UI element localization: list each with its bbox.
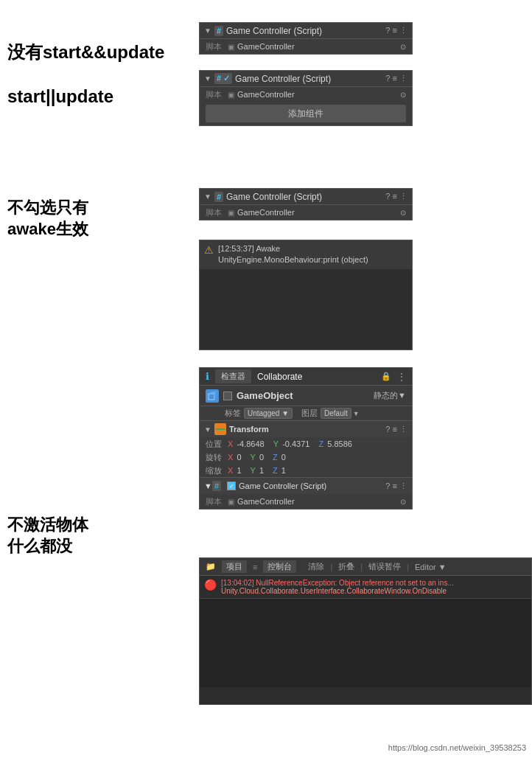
console1-detail: UnityEngine.MonoBehaviour:print (object) [218,254,368,265]
panel2-script-label: 脚本 [206,89,222,100]
annotation-section2: start||update [7,85,113,108]
panel2-header: ▼ # ✓ Game Controller (Script) ? ≡ ⋮ [200,71,412,87]
rotation-z: Z 0 [273,453,286,462]
script-active-checkbox[interactable]: ✓ [227,481,236,490]
cube-icon [206,389,219,403]
position-label: 位置 [206,439,228,450]
inspector-toolbar: ℹ 检查器 Collaborate 🔒 ⋮ [200,368,412,386]
panel3-target-icon: ⊙ [400,209,406,217]
transform-icons: ? ≡ ⋮ [385,425,407,434]
scale-label: 缩放 [206,465,228,476]
panel3-script-value: GameController [237,208,295,217]
console1-row: ⚠ [12:53:37] Awake UnityEngine.MonoBehav… [200,240,412,269]
panel2-script-row: 脚本 ▣ GameController ⊙ [200,87,412,102]
rotation-coords: X 0 Y 0 Z 0 [228,453,286,462]
panel3: ▼ # Game Controller (Script) ? ≡ ⋮ 脚本 ▣ … [199,188,413,220]
panel1-target-icon: ⊙ [400,43,406,51]
annotation-section4: 不激活物体 什么都没 [7,515,88,557]
script-section-icons: ? ≡ ⋮ [385,481,407,491]
panel2: ▼ # ✓ Game Controller (Script) ? ≡ ⋮ 脚本 … [199,70,413,126]
script-row-label: 脚本 [206,496,222,507]
annotation-section1: 没有start&&update [7,41,164,63]
script-target-icon: ⊙ [400,498,406,506]
script-section-header: ▼ # ✓ Game Controller (Script) ? ≡ ⋮ [200,478,412,494]
panel1-header: ▼ # Game Controller (Script) ? ≡ ⋮ [200,23,412,39]
error-detail: Unity.Cloud.Collaborate.UserInterface.Co… [221,587,454,595]
static-dropdown[interactable]: 静态的▼ [374,390,406,401]
layer-label: 图层 [301,408,318,419]
scale-x: X 1 [228,466,242,475]
console1: ⚠ [12:53:37] Awake UnityEngine.MonoBehav… [199,240,413,350]
error-message: [13:04:02] NullReferenceException: Objec… [221,579,454,587]
rotation-y: Y 0 [251,453,265,462]
arrow-icon2: ▼ [204,74,211,83]
panel2-script-value: GameController [237,90,295,99]
console1-text: [12:53:37] Awake UnityEngine.MonoBehavio… [218,243,368,266]
tag-dropdown[interactable]: Untagged ▼ [244,408,293,419]
transform-header: ▼ Transform ? ≡ ⋮ [200,421,412,437]
error-pause-btn[interactable]: 错误暂停 [368,561,401,572]
editor-btn[interactable]: Editor ▼ [415,563,447,571]
add-component-btn[interactable]: 添加组件 [206,105,406,122]
scale-coords: X 1 Y 1 Z 1 [228,466,286,475]
rotation-label: 旋转 [206,452,228,463]
scale-y: Y 1 [251,466,265,475]
bottom-toolbar: 📁 项目 ≡ 控制台 清除 | 折叠 | 错误暂停 | Editor ▼ [200,558,531,576]
script-section: ▼ # ✓ Game Controller (Script) ? ≡ ⋮ 脚本 … [200,478,412,509]
position-coords: X -4.8648 Y -0.4371 Z 5.8586 [228,439,352,448]
console1-time: [12:53:37] Awake [218,243,368,254]
watermark: https://blog.csdn.net/weixin_39538253 [388,743,526,752]
console-empty-area [200,599,531,687]
panel1-script-label: 脚本 [206,41,222,52]
clear-btn[interactable]: 清除 [308,561,324,572]
info-icon: ℹ [206,371,209,382]
annotation-section3: 不勾选只有 awake生效 [7,198,88,240]
panel2-icons: ? ≡ ⋮ [385,74,407,83]
more-icon: ⋮ [397,372,406,382]
collaborate-tab[interactable]: Collaborate [257,372,302,382]
layer-dropdown[interactable]: Default [321,408,351,419]
inspector-tab[interactable]: 检查器 [215,369,251,383]
inspector-panel: ℹ 检查器 Collaborate 🔒 ⋮ GameObject 静态的▼ 标签… [199,367,413,510]
error-row: 🔴 [13:04:02] NullReferenceException: Obj… [200,576,531,599]
console-tab[interactable]: 控制台 [263,560,296,573]
gameobject-active-checkbox[interactable] [223,392,232,400]
transform-icon [214,423,226,435]
collapse-btn[interactable]: 折叠 [338,561,354,572]
panel3-script-row: 脚本 ▣ GameController ⊙ [200,205,412,220]
panel3-icons: ? ≡ ⋮ [385,192,407,201]
panel1: ▼ # Game Controller (Script) ? ≡ ⋮ 脚本 ▣ … [199,22,413,55]
panel1-script-row: 脚本 ▣ GameController ⊙ [200,39,412,54]
script-section-title: Game Controller (Script) [239,481,385,490]
script-row-value: GameController [237,497,295,506]
panel3-header: ▼ # Game Controller (Script) ? ≡ ⋮ [200,189,412,205]
hash-icon: # [214,26,223,36]
scale-row: 缩放 X 1 Y 1 Z 1 [200,464,412,477]
script-file-icon2: ▣ [228,91,234,99]
svg-rect-0 [209,394,214,400]
transform-section: ▼ Transform ? ≡ ⋮ 位置 X -4.8648 Y -0.437 [200,421,412,478]
bottom-console: 📁 项目 ≡ 控制台 清除 | 折叠 | 错误暂停 | Editor ▼ 🔴 [… [199,557,532,705]
script-value-row: 脚本 ▣ GameController ⊙ [200,494,412,509]
arrow-icon3: ▼ [204,192,211,201]
panel3-title: Game Controller (Script) [226,192,385,202]
layer-dropdown-arrow: ▼ [353,410,360,417]
arrow-icon: ▼ [204,27,211,35]
hash-icon2: # ✓ [214,73,232,84]
transform-title: Transform [229,425,385,434]
script-arrow: ▼ [204,481,212,490]
position-z: Z 5.8586 [318,439,351,448]
lock-icon: 🔒 [381,372,391,381]
script-hash: # [212,481,221,491]
project-tab[interactable]: 项目 [222,560,247,573]
panel1-script-value: GameController [237,42,295,51]
script-file-icon4: ▣ [228,498,234,506]
error-icon: 🔴 [204,579,217,591]
scale-z: Z 1 [273,466,286,475]
tag-layer-row: 标签 Untagged ▼ 图层 Default ▼ [200,406,412,421]
position-row: 位置 X -4.8648 Y -0.4371 Z 5.8586 [200,437,412,451]
hash-icon3: # [214,192,223,202]
position-y: Y -0.4371 [273,439,310,448]
panel2-target-icon: ⊙ [400,91,406,99]
folder-icon: 📁 [206,562,216,571]
